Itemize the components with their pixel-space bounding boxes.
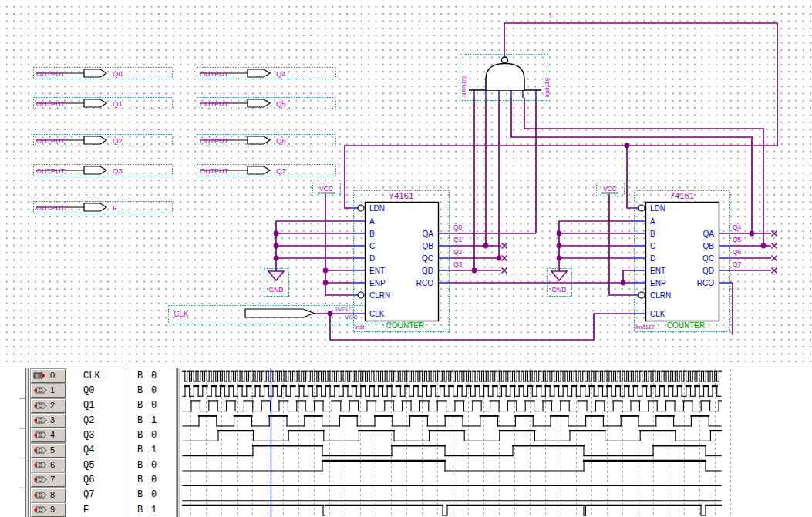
wave-row-handle-Q2[interactable]: 3: [31, 414, 66, 428]
output-port-text: OUTPUT: [200, 100, 229, 108]
pin-label: F: [113, 203, 117, 212]
output-pin-Q2[interactable]: OUTPUTQ2: [34, 135, 173, 146]
dangling-x-icon: [772, 268, 777, 274]
wave-signal-name-Q1[interactable]: Q1: [83, 400, 94, 411]
pin-name-B: B: [369, 230, 375, 238]
wave-row-handle-Q0[interactable]: 1: [31, 384, 66, 398]
output-pin-Q1[interactable]: OUTPUTQ1: [34, 98, 173, 109]
nand6-gate[interactable]: NAND6inst118: [460, 57, 551, 98]
counter-1-74161[interactable]: 74161LDNABCDENTENPCLRNCLKQAQBQCQDRCOCOUN…: [355, 191, 439, 331]
wave-signal-name-Q0[interactable]: Q0: [83, 385, 94, 396]
output-arrow-icon: [248, 69, 270, 77]
inverter-bubble-icon: [358, 292, 364, 298]
quartus-editor: OUTPUTQ0OUTPUTQ1OUTPUTQ2OUTPUTQ3OUTPUTFO…: [0, 0, 812, 517]
gnd-symbol[interactable]: GND: [268, 271, 284, 294]
wire-net-f-main[interactable]: [345, 23, 777, 208]
chip-footer: COUNTER: [667, 321, 705, 330]
junction-dot: [472, 268, 477, 274]
pin-name-ENT: ENT: [369, 267, 385, 275]
output-pin-Q3[interactable]: OUTPUTQ3: [34, 165, 173, 176]
wave-row-handle-Q4[interactable]: 5: [31, 444, 66, 458]
dangling-x-icon: [502, 256, 507, 261]
wave-row-handle-Q1[interactable]: 2: [31, 399, 66, 413]
output-pin-icon: [33, 505, 48, 515]
wave-trace-Q1: [183, 401, 721, 411]
junction-dot: [483, 243, 489, 249]
inverter-bubble-icon: [638, 205, 645, 211]
wave-signal-name-CLK[interactable]: CLK: [83, 371, 100, 381]
vcc-label: VCC: [319, 185, 333, 193]
pin-name-B: B: [650, 230, 655, 238]
output-pin-F[interactable]: OUTPUTF: [34, 202, 173, 213]
pin-name-CLK: CLK: [650, 310, 665, 318]
counter-2-74161[interactable]: 74161LDNABCDENTENPCLRNCLKQAQBQCQDRCOCOUN…: [635, 191, 719, 331]
output-port-text: OUTPUT: [36, 100, 66, 108]
wave-row-handle-Q5[interactable]: 6: [31, 458, 66, 472]
input-default-value: VCC: [345, 314, 358, 321]
output-pin-icon: [33, 446, 48, 455]
output-arrow-icon: [84, 69, 106, 77]
output-arrow-icon: [84, 136, 106, 144]
pin-name-QC: QC: [702, 254, 714, 263]
wave-signal-name-Q5[interactable]: Q5: [83, 460, 94, 471]
junction-dot: [557, 243, 562, 249]
pin-name-QB: QB: [703, 242, 715, 250]
wave-signal-name-Q7[interactable]: Q7: [83, 489, 94, 500]
wave-row-number: 3: [50, 415, 55, 425]
pin-name-D: D: [650, 254, 655, 263]
wave-trace-Q2: [183, 416, 721, 426]
output-port-text: OUTPUT: [200, 70, 229, 78]
output-port-text: OUTPUT: [36, 137, 66, 145]
wave-row-handle-Q7[interactable]: 8: [31, 488, 66, 502]
wave-signal-radix: B: [137, 415, 143, 426]
wire-vcc2-drop[interactable]: [609, 194, 634, 295]
nand-inst-label: inst118: [544, 77, 551, 97]
junction-dot: [497, 256, 502, 261]
output-pin-Q4[interactable]: OUTPUTQ4: [197, 68, 336, 79]
wave-signal-value: 0: [151, 475, 157, 485]
net-label-Q1: Q1: [453, 236, 463, 243]
output-pin-Q6[interactable]: OUTPUTQ6: [197, 135, 336, 146]
wave-signal-name-F[interactable]: F: [83, 505, 89, 515]
pin-name-RCO: RCO: [697, 279, 714, 287]
wave-row-handle-Q3[interactable]: 4: [31, 428, 66, 442]
output-pin-Q5[interactable]: OUTPUTQ5: [197, 98, 336, 109]
chip-inst-label: inst117: [635, 324, 655, 331]
chip-title: 74161: [389, 191, 414, 200]
wire-nand-in5[interactable]: [524, 98, 763, 246]
vcc-symbol[interactable]: VCC: [318, 185, 335, 193]
junction-dot: [328, 311, 333, 317]
nand-bubble-icon: [502, 57, 508, 63]
output-pin-Q0[interactable]: OUTPUTQ0: [34, 68, 173, 79]
wire-net-rco2[interactable]: [730, 283, 733, 335]
wave-signal-radix: B: [137, 430, 143, 441]
wave-signal-radix: B: [137, 400, 143, 411]
schematic-canvas[interactable]: OUTPUTQ0OUTPUTQ1OUTPUTQ2OUTPUTQ3OUTPUTFO…: [0, 0, 812, 366]
gnd-label: GND: [552, 286, 567, 294]
waveform-pane[interactable]: I0CLKB01Q0B02Q1B03Q2B14Q3B05Q4B16Q5B07Q6…: [0, 368, 812, 517]
dangling-x-icon: [502, 268, 507, 274]
wire-net-f-ldn2[interactable]: [627, 146, 634, 208]
wire-vcc1-drop[interactable]: [325, 194, 353, 295]
junction-dot: [625, 143, 630, 149]
wave-row-number: 4: [50, 430, 55, 439]
schematic-pane[interactable]: OUTPUTQ0OUTPUTQ1OUTPUTQ2OUTPUTQ3OUTPUTFO…: [0, 0, 812, 366]
output-pin-Q7[interactable]: OUTPUTQ7: [197, 165, 336, 176]
wave-signal-value: 1: [151, 505, 157, 515]
waveform-canvas[interactable]: [0, 368, 812, 517]
wave-signal-name-Q2[interactable]: Q2: [83, 415, 94, 426]
wave-row-handle-F[interactable]: 9: [31, 503, 66, 517]
wave-signal-name-Q6[interactable]: Q6: [83, 475, 94, 485]
wave-row-handle-CLK[interactable]: I0: [31, 369, 66, 383]
input-arrow-icon: [245, 309, 314, 317]
vcc-symbol[interactable]: VCC: [601, 185, 618, 193]
wave-signal-name-Q4[interactable]: Q4: [83, 445, 94, 455]
junction-dot: [323, 268, 329, 274]
wave-row-handle-Q6[interactable]: 7: [31, 473, 66, 487]
net-label-Q3: Q3: [453, 260, 463, 268]
junction-dot: [750, 231, 755, 237]
wave-trace-CLK: [183, 371, 721, 381]
output-pin-icon: [33, 431, 48, 440]
wave-trace-Q4: [183, 445, 721, 455]
wave-signal-name-Q3[interactable]: Q3: [83, 430, 94, 441]
